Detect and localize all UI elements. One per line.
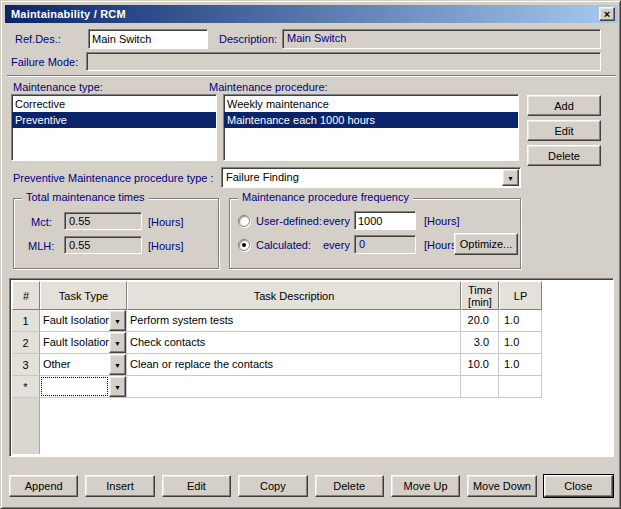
user-defined-field-box: [354, 211, 416, 230]
mlh-label: MLH:: [28, 240, 54, 252]
task-type-value: Other: [43, 358, 71, 370]
task-table-header-row: # Task Type Task Description Time [min] …: [12, 281, 611, 310]
times-group-title: Total maintenance times: [22, 191, 149, 203]
chevron-down-icon: ▼: [507, 175, 514, 182]
procedure-type-combobox[interactable]: Failure Finding ▼: [221, 167, 521, 188]
user-defined-input[interactable]: [355, 212, 415, 229]
task-type-cell[interactable]: Fault Isolation▼: [40, 332, 127, 354]
user-defined-every-label: every: [323, 215, 350, 227]
header-task-description: Task Description: [127, 281, 461, 310]
procedure-type-label: Preventive Maintenance procedure type :: [13, 172, 214, 184]
task-type-value: Fault Isolation: [43, 314, 111, 326]
task-lp-cell[interactable]: 1.0: [499, 354, 542, 376]
calculated-label: Calculated:: [256, 239, 311, 251]
description-field: Main Switch: [282, 29, 601, 49]
failure-mode-label: Failure Mode:: [11, 56, 78, 68]
procedure-type-value: Failure Finding: [223, 169, 502, 186]
total-maintenance-times-group: Total maintenance times Mct: 0.55 [Hours…: [13, 198, 219, 269]
maintenance-type-item-preventive[interactable]: Preventive: [12, 112, 216, 128]
footer-button-edit[interactable]: Edit: [162, 475, 231, 497]
maintenance-type-item-corrective[interactable]: Corrective: [12, 96, 216, 112]
edit-procedure-button[interactable]: Edit: [527, 120, 601, 141]
description-label: Description:: [219, 33, 277, 45]
task-row-number[interactable]: 1: [12, 310, 40, 332]
task-type-dropdown-button[interactable]: ▼: [109, 332, 126, 353]
new-task-lp-cell[interactable]: [499, 376, 542, 398]
task-type-cell[interactable]: Fault Isolation▼: [40, 310, 127, 332]
footer-button-delete[interactable]: Delete: [315, 475, 384, 497]
new-row-marker: *: [12, 376, 40, 398]
task-lp-cell[interactable]: 1.0: [499, 310, 542, 332]
footer-button-insert[interactable]: Insert: [85, 475, 154, 497]
optimize-button[interactable]: Optimize...: [454, 233, 518, 255]
maintenance-type-listbox[interactable]: CorrectivePreventive: [11, 94, 217, 161]
new-task-type-cell[interactable]: ▼: [40, 376, 127, 398]
task-row: 1Fault Isolation▼Perform system tests20.…: [12, 310, 611, 332]
task-time-cell[interactable]: 3.0: [461, 332, 499, 354]
task-row: 3Other▼Clean or replace the contacts10.0…: [12, 354, 611, 376]
footer-button-close[interactable]: Close: [544, 475, 613, 497]
procedure-type-dropdown-button[interactable]: ▼: [502, 169, 519, 186]
footer-button-bar: AppendInsertEditCopyDeleteMove UpMove Do…: [9, 475, 613, 497]
footer-button-move-down[interactable]: Move Down: [467, 475, 536, 497]
separator-top: [7, 75, 616, 77]
user-defined-label: User-defined:: [256, 215, 322, 227]
user-defined-hours-unit: [Hours]: [424, 215, 459, 227]
empty-grid-area: [12, 398, 611, 454]
focus-rect: [41, 377, 108, 396]
calculated-value: 0: [355, 236, 415, 252]
task-time-cell[interactable]: 10.0: [461, 354, 499, 376]
mlh-value: 0.55: [65, 237, 141, 253]
maintenance-procedure-listbox[interactable]: Weekly maintenanceMaintenance each 1000 …: [223, 94, 519, 161]
new-task-type-dropdown-button[interactable]: ▼: [109, 376, 126, 397]
header-lp: LP: [499, 281, 542, 310]
new-task-description-cell[interactable]: [127, 376, 461, 398]
mlh-field: 0.55: [64, 236, 142, 254]
description-value: Main Switch: [283, 30, 600, 46]
frequency-group-title: Maintenance procedure frequency: [238, 191, 413, 203]
task-description-cell[interactable]: Clean or replace the contacts: [127, 354, 461, 376]
mct-field: 0.55: [64, 212, 142, 230]
task-time-cell[interactable]: 20.0: [461, 310, 499, 332]
task-description-cell[interactable]: Check contacts: [127, 332, 461, 354]
close-icon[interactable]: ×: [599, 7, 615, 21]
chevron-down-icon: ▼: [114, 318, 121, 325]
failure-mode-field: [86, 52, 601, 71]
ref-des-input[interactable]: [89, 30, 207, 48]
task-row-number[interactable]: 3: [12, 354, 40, 376]
title-bar: Maintainability / RCM ×: [5, 5, 618, 23]
task-lp-cell[interactable]: 1.0: [499, 332, 542, 354]
footer-button-copy[interactable]: Copy: [238, 475, 307, 497]
footer-button-move-up[interactable]: Move Up: [391, 475, 460, 497]
header-task-type: Task Type: [40, 281, 127, 310]
calculated-field: 0: [354, 235, 416, 254]
chevron-down-icon: ▼: [114, 362, 121, 369]
task-type-dropdown-button[interactable]: ▼: [109, 310, 126, 331]
maintenance-procedure-item-weekly-maintenance[interactable]: Weekly maintenance: [224, 96, 518, 112]
header-num: #: [12, 281, 40, 310]
mlh-hours-unit: [Hours]: [148, 240, 183, 252]
mct-hours-unit: [Hours]: [148, 216, 183, 228]
mct-label: Mct:: [31, 216, 52, 228]
task-table-rows: 1Fault Isolation▼Perform system tests20.…: [12, 310, 611, 376]
window-title: Maintainability / RCM: [5, 8, 126, 20]
task-table: # Task Type Task Description Time [min] …: [9, 278, 614, 457]
chevron-down-icon: ▼: [114, 340, 121, 347]
maintenance-procedure-item-maintenance-each-1000-hours[interactable]: Maintenance each 1000 hours: [224, 112, 518, 128]
task-type-cell[interactable]: Other▼: [40, 354, 127, 376]
task-description-cell[interactable]: Perform system tests: [127, 310, 461, 332]
maintainability-rcm-dialog: Maintainability / RCM × Ref.Des.: Descri…: [0, 0, 621, 509]
new-task-time-cell[interactable]: [461, 376, 499, 398]
radio-dot-icon: [242, 243, 246, 247]
task-type-dropdown-button[interactable]: ▼: [109, 354, 126, 375]
user-defined-radio[interactable]: [238, 215, 250, 227]
new-task-row: * ▼: [12, 376, 611, 398]
delete-procedure-button[interactable]: Delete: [527, 145, 601, 166]
maintenance-procedure-label: Maintenance procedure:: [209, 81, 328, 93]
ref-des-label: Ref.Des.:: [15, 33, 61, 45]
task-row-number[interactable]: 2: [12, 332, 40, 354]
add-button[interactable]: Add: [527, 95, 601, 116]
calculated-radio[interactable]: [238, 239, 250, 251]
task-row: 2Fault Isolation▼Check contacts3.01.0: [12, 332, 611, 354]
footer-button-append[interactable]: Append: [9, 475, 78, 497]
